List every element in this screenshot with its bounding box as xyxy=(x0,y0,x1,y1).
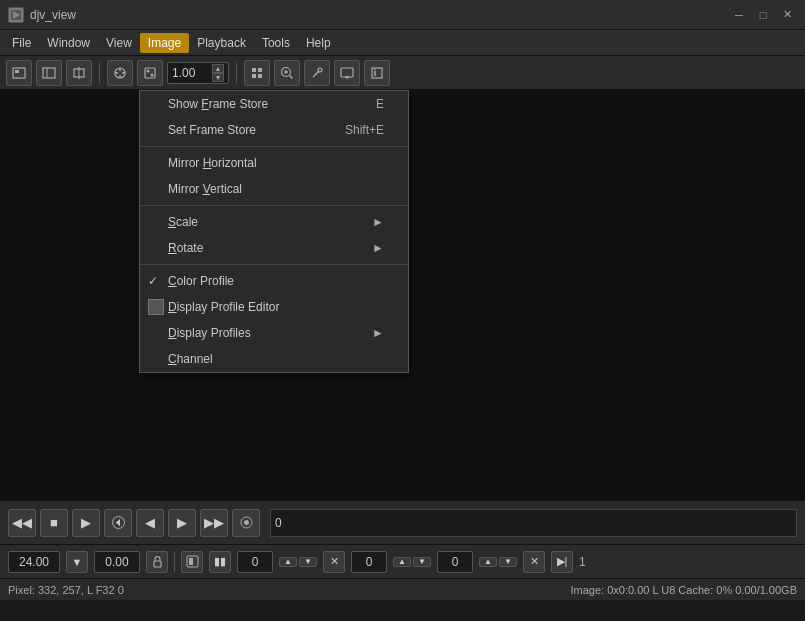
svg-line-21 xyxy=(290,75,293,78)
pb-prev-start-button[interactable]: ◀◀ xyxy=(8,509,36,537)
zoom-up-button[interactable]: ▲ xyxy=(212,64,224,73)
frame-number: 0 xyxy=(275,516,282,530)
menu-display-profile-editor[interactable]: Display Profile Editor xyxy=(140,294,408,320)
svg-point-15 xyxy=(151,73,154,76)
toolbar: ▲ ▼ xyxy=(0,56,805,90)
svg-rect-38 xyxy=(189,558,193,565)
menu-label: Rotate xyxy=(168,241,203,255)
pb-prev-frame-button[interactable]: ◀ xyxy=(136,509,164,537)
fps-input[interactable] xyxy=(12,555,56,569)
menu-show-frame-store[interactable]: Show Frame Store E xyxy=(140,91,408,117)
toolbar-separator-2 xyxy=(236,63,237,83)
clear-out-button[interactable]: ✕ xyxy=(523,551,545,573)
frame-in-group xyxy=(237,551,273,573)
close-button[interactable]: ✕ xyxy=(777,5,797,25)
svg-rect-17 xyxy=(258,68,262,72)
clear-in-button[interactable]: ✕ xyxy=(323,551,345,573)
menu-label: Mirror Vertical xyxy=(168,182,242,196)
image-dropdown-menu: Show Frame Store E Set Frame Store Shift… xyxy=(139,90,409,373)
frame-out-spin-down[interactable]: ▼ xyxy=(413,557,431,567)
menu-bar: File Window View Image Playback Tools He… xyxy=(0,30,805,56)
menu-help[interactable]: Help xyxy=(298,33,339,53)
frame-out-spin-up[interactable]: ▲ xyxy=(393,557,411,567)
menu-image[interactable]: Image xyxy=(140,33,189,53)
restore-button[interactable]: □ xyxy=(753,5,773,25)
frame-in-spin-up[interactable]: ▲ xyxy=(279,557,297,567)
toolbar-separator-1 xyxy=(99,63,100,83)
menu-label: Display Profiles xyxy=(168,326,251,340)
end-frame-label: 1 xyxy=(579,555,586,569)
menu-view[interactable]: View xyxy=(98,33,140,53)
fps-down-button[interactable]: ▼ xyxy=(66,551,88,573)
pause-button[interactable]: ▮▮ xyxy=(209,551,231,573)
menu-channel[interactable]: Channel xyxy=(140,346,408,372)
menu-label: Show Frame Store xyxy=(168,97,268,111)
menu-scale[interactable]: Scale ► xyxy=(140,209,408,235)
menu-window[interactable]: Window xyxy=(39,33,98,53)
window-title: djv_view xyxy=(30,8,729,22)
minimize-button[interactable]: ─ xyxy=(729,5,749,25)
tool-zoom-in-button[interactable] xyxy=(274,60,300,86)
pb-next-frame-button[interactable]: ▶ xyxy=(168,509,196,537)
tool-info-button[interactable] xyxy=(364,60,390,86)
tool-picker-button[interactable] xyxy=(107,60,133,86)
menu-label: Mirror Horizontal xyxy=(168,156,257,170)
menu-separator-3 xyxy=(140,264,408,265)
position-input[interactable] xyxy=(98,555,136,569)
menu-color-profile[interactable]: Color Profile xyxy=(140,268,408,294)
zoom-input[interactable] xyxy=(172,66,212,80)
duration-spin-down[interactable]: ▼ xyxy=(499,557,517,567)
submenu-arrow-rotate: ► xyxy=(372,241,384,255)
svg-marker-33 xyxy=(116,519,120,526)
tool-color-picker-button[interactable] xyxy=(137,60,163,86)
menu-file[interactable]: File xyxy=(4,33,39,53)
svg-rect-16 xyxy=(252,68,256,72)
pb-frame-prev-button[interactable] xyxy=(104,509,132,537)
pb-loop-button[interactable] xyxy=(232,509,260,537)
menu-rotate[interactable]: Rotate ► xyxy=(140,235,408,261)
pb-next-end-button[interactable]: ▶▶ xyxy=(200,509,228,537)
app-icon xyxy=(8,7,24,23)
tool-display-button[interactable] xyxy=(334,60,360,86)
svg-line-24 xyxy=(313,71,319,77)
pb-stop-button[interactable]: ■ xyxy=(40,509,68,537)
frame-in-spin-down[interactable]: ▼ xyxy=(299,557,317,567)
menu-mirror-horizontal[interactable]: Mirror Horizontal xyxy=(140,150,408,176)
duration-input[interactable] xyxy=(441,555,469,569)
tool-eyedropper-button[interactable] xyxy=(304,60,330,86)
main-content: Show Frame Store E Set Frame Store Shift… xyxy=(0,90,805,500)
lock-button[interactable] xyxy=(146,551,168,573)
pb-play-forward-button[interactable]: ▶ xyxy=(72,509,100,537)
duration-group xyxy=(437,551,473,573)
zoom-down-button[interactable]: ▼ xyxy=(212,73,224,82)
tool-grid-button[interactable] xyxy=(244,60,270,86)
frame-out-input[interactable] xyxy=(355,555,383,569)
position-input-group xyxy=(94,551,140,573)
playback-bar: ◀◀ ■ ▶ ◀ ▶ ▶▶ 0 xyxy=(0,500,805,544)
menu-label: Display Profile Editor xyxy=(168,300,279,314)
menu-separator-2 xyxy=(140,205,408,206)
duration-spin-up[interactable]: ▲ xyxy=(479,557,497,567)
tool-set-frame-button[interactable] xyxy=(36,60,62,86)
svg-rect-36 xyxy=(154,561,161,567)
tool-frame-store-button[interactable] xyxy=(6,60,32,86)
window-controls: ─ □ ✕ xyxy=(729,5,797,25)
menu-mirror-vertical[interactable]: Mirror Vertical xyxy=(140,176,408,202)
svg-rect-29 xyxy=(372,68,382,78)
tool-fit-button[interactable] xyxy=(66,60,92,86)
zoom-input-group: ▲ ▼ xyxy=(167,62,229,84)
submenu-arrow-display-profiles: ► xyxy=(372,326,384,340)
submenu-arrow-scale: ► xyxy=(372,215,384,229)
frame-out-group xyxy=(351,551,387,573)
timeline-area[interactable]: 0 xyxy=(270,509,797,537)
go-end-button[interactable]: ▶| xyxy=(551,551,573,573)
menu-tools[interactable]: Tools xyxy=(254,33,298,53)
status-bar: Pixel: 332, 257, L F32 0 Image: 0x0:0.00… xyxy=(0,578,805,600)
in-point-button[interactable] xyxy=(181,551,203,573)
bottom-controls: ▼ ▮▮ ▲ ▼ ✕ ▲ ▼ ▲ ▼ ✕ ▶| 1 xyxy=(0,544,805,578)
menu-set-frame-store[interactable]: Set Frame Store Shift+E xyxy=(140,117,408,143)
menu-playback[interactable]: Playback xyxy=(189,33,254,53)
zoom-spinners: ▲ ▼ xyxy=(212,64,224,82)
frame-in-input[interactable] xyxy=(241,555,269,569)
menu-display-profiles[interactable]: Display Profiles ► xyxy=(140,320,408,346)
